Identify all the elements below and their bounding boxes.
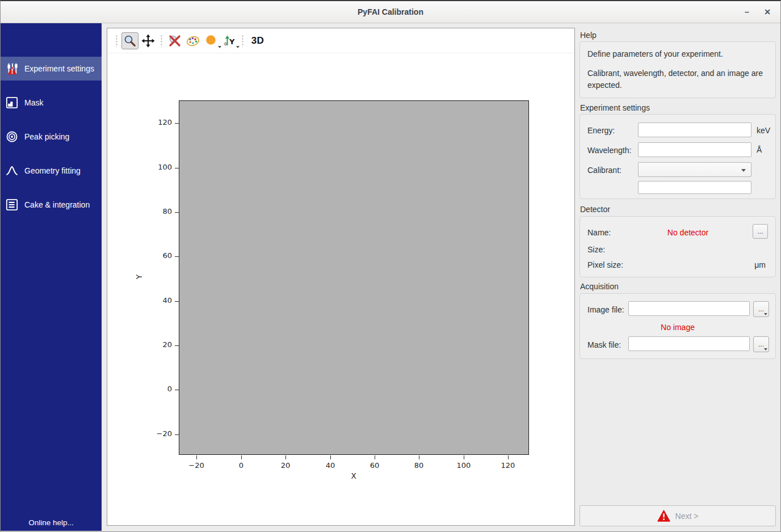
wavelength-label: Wavelength:: [587, 146, 631, 155]
dropdown-arrow-icon: [236, 46, 240, 48]
browse-label: ...: [758, 305, 764, 313]
image-status-text: No image: [580, 323, 775, 332]
sidebar: Experiment settings Mask Peak picking: [1, 23, 102, 531]
wavelength-field[interactable]: [638, 142, 751, 157]
y-tick-mark: [175, 390, 179, 390]
online-help-link[interactable]: Online help...: [1, 518, 102, 527]
sidebar-item-label: Experiment settings: [24, 64, 94, 73]
plot-image-placeholder[interactable]: [179, 100, 529, 455]
x-tick-label: 0: [224, 461, 258, 470]
sidebar-item-label: Mask: [24, 98, 43, 107]
image-file-browse-button[interactable]: ...: [753, 301, 769, 317]
pixel-size-label: Pixel size:: [587, 260, 623, 269]
sidebar-item-label: Peak picking: [24, 132, 69, 141]
detector-name-label: Name:: [587, 228, 611, 237]
marker-style-button[interactable]: [203, 32, 220, 49]
x-tick-label: 100: [447, 461, 481, 470]
mask-file-browse-button[interactable]: ...: [753, 336, 769, 352]
svg-text:Y: Y: [229, 37, 235, 46]
x-tick-mark: [285, 455, 286, 459]
3d-view-button[interactable]: 3D: [247, 32, 264, 49]
zoom-button[interactable]: [121, 32, 138, 49]
dropdown-arrow-icon: [764, 348, 767, 351]
orange-circle-icon: [204, 34, 218, 48]
app-window: PyFAI Calibration – ✕: [0, 0, 781, 532]
y-tick-mark: [175, 345, 179, 346]
window-title: PyFAI Calibration: [1, 7, 780, 16]
y-tick-label: 40: [139, 296, 172, 305]
x-axis-label: X: [337, 471, 371, 480]
x-tick-mark: [508, 455, 509, 459]
calibrant-extra-field[interactable]: [638, 181, 751, 194]
wavelength-unit: Å: [757, 145, 762, 154]
acquisition-box: Image file: ... No image Mask file: ...: [580, 293, 776, 359]
palette-icon: [186, 34, 200, 48]
experiment-section-title: Experiment settings: [580, 103, 650, 112]
x-tick-label: 20: [268, 461, 303, 470]
integration-list-icon: [6, 199, 18, 211]
y-tick-mark: [175, 123, 179, 124]
next-button-label: Next >: [675, 512, 699, 521]
detector-browse-button[interactable]: ...: [753, 224, 768, 239]
y-axis-orientation-button[interactable]: 0 Y: [221, 32, 238, 49]
x-tick-mark: [375, 455, 375, 459]
sidebar-item-cake-integration[interactable]: Cake & integration: [1, 193, 102, 217]
sidebar-item-peak-picking[interactable]: Peak picking: [1, 125, 102, 149]
3d-label: 3D: [251, 35, 264, 47]
sliders-icon: [6, 62, 18, 75]
x-tick-mark: [464, 455, 464, 459]
y-tick-label: 20: [139, 340, 172, 349]
close-button[interactable]: ✕: [760, 5, 775, 19]
browse-label: ...: [757, 227, 763, 235]
y-tick-label: 100: [139, 163, 172, 171]
calibrant-label: Calibrant:: [587, 166, 622, 175]
sidebar-item-geometry-fitting[interactable]: Geometry fitting: [1, 159, 102, 183]
x-tick-mark: [419, 455, 419, 459]
toolbar-separator: [160, 35, 163, 47]
y-tick-mark: [175, 168, 179, 168]
sidebar-item-label: Geometry fitting: [24, 166, 81, 175]
dropdown-arrow-icon: [764, 313, 767, 315]
y-tick-label: 120: [139, 118, 172, 126]
mask-file-label: Mask file:: [587, 340, 621, 349]
experiment-settings-box: Energy: keV Wavelength: Å Calibrant:: [580, 114, 776, 199]
plot-widget: 0 Y 3D 120 100 80: [107, 28, 575, 526]
image-file-field[interactable]: [628, 301, 750, 316]
x-tick-label: 40: [313, 461, 347, 470]
clear-zoom-icon: [168, 34, 182, 48]
y-tick-label: −20: [139, 429, 172, 438]
acquisition-section-title: Acquisition: [580, 282, 619, 291]
pixel-size-unit: μm: [754, 260, 766, 269]
toolbar-separator: [241, 35, 244, 47]
x-tick-mark: [196, 455, 197, 459]
target-rings-icon: [6, 130, 18, 143]
x-tick-label: 80: [402, 461, 436, 470]
help-paragraph-1: Define parameters of your experiment.: [587, 48, 768, 60]
colormap-palette-button[interactable]: [184, 32, 201, 49]
energy-field[interactable]: [638, 123, 751, 137]
mask-file-field[interactable]: [628, 336, 750, 351]
next-button[interactable]: Next >: [580, 505, 776, 526]
sidebar-item-label: Cake & integration: [24, 200, 90, 209]
help-section-title: Help: [580, 31, 597, 40]
sidebar-item-experiment-settings[interactable]: Experiment settings: [1, 57, 102, 81]
magnifier-icon: [123, 34, 137, 48]
energy-label: Energy:: [587, 126, 615, 135]
title-bar: PyFAI Calibration – ✕: [1, 1, 780, 23]
help-paragraph-2: Calibrant, wavelength, detector, and an …: [587, 67, 768, 91]
y-tick-label: 60: [139, 251, 172, 260]
pan-button[interactable]: [140, 32, 157, 49]
svg-text:0: 0: [224, 42, 226, 47]
pan-arrows-icon: [141, 34, 155, 48]
minimize-button[interactable]: –: [740, 5, 754, 19]
help-box: Define parameters of your experiment. Ca…: [580, 41, 776, 98]
energy-unit: keV: [757, 126, 770, 135]
detector-size-label: Size:: [587, 245, 605, 254]
calibrant-select[interactable]: [638, 162, 751, 177]
y-tick-mark: [175, 256, 179, 257]
y-tick-mark: [175, 212, 179, 213]
clear-zoom-button[interactable]: [166, 32, 183, 49]
sidebar-item-mask[interactable]: Mask: [1, 91, 102, 115]
browse-label: ...: [758, 340, 764, 348]
warning-icon: [657, 510, 670, 522]
